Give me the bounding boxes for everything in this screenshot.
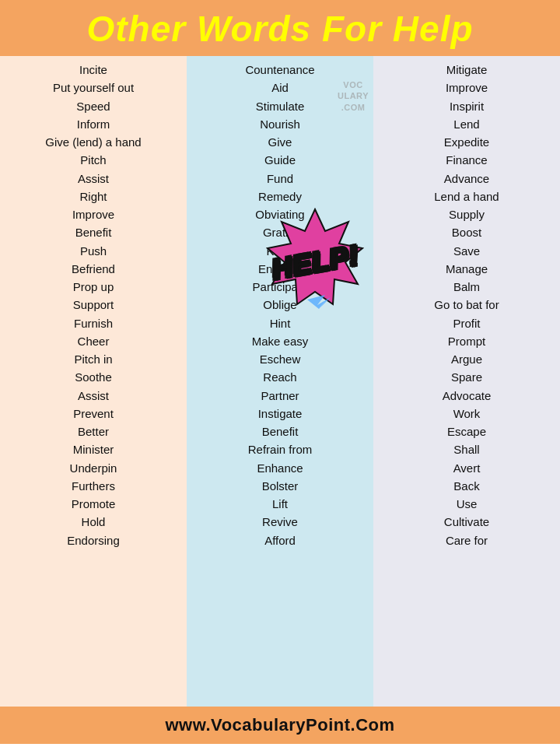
header: Other Words For Help (0, 0, 560, 56)
title-prefix: Other Words For (86, 9, 392, 49)
list-item: Inform (3, 115, 184, 133)
list-item: Fund (190, 170, 370, 188)
list-item: Profit (376, 314, 557, 332)
list-item: Minister (3, 440, 184, 458)
footer-url: www.VocabularyPoint.Com (165, 715, 394, 735)
list-item: Cheer (3, 332, 184, 350)
list-item: Assist (3, 170, 184, 188)
list-item: Nourish (190, 115, 370, 133)
list-item: Furnish (3, 314, 184, 332)
list-item: Enhance (190, 459, 370, 477)
list-item: Assist (3, 387, 184, 405)
list-item: Put yourself out (3, 79, 184, 96)
help-starburst: HELP! (264, 208, 366, 317)
list-item: Make easy (190, 332, 370, 350)
list-item: Go to bat for (376, 296, 557, 314)
list-item: Push (3, 242, 184, 260)
list-item: Mitigate (376, 61, 557, 79)
page-title: Other Words For Help (0, 8, 560, 50)
list-item: Use (376, 495, 557, 513)
list-item: Benefit (190, 423, 370, 440)
list-item: Pitch (3, 151, 184, 169)
list-item: Endorsing (3, 531, 184, 549)
list-item: Advocate (376, 387, 557, 405)
list-item: Expedite (376, 133, 557, 151)
list-item: Spare (376, 368, 557, 386)
list-item: Balm (376, 278, 557, 296)
list-item: Give (lend) a hand (3, 133, 184, 151)
list-item: Prop up (3, 278, 184, 296)
middle-column: VOC ULARY .COM CountenanceAidStimulateNo… (187, 56, 373, 707)
list-item: Cultivate (376, 513, 557, 531)
list-item: Better (3, 423, 184, 440)
list-item: Bolster (190, 477, 370, 495)
right-column: MitigateImproveInspiritLendExpediteFinan… (373, 56, 560, 707)
list-item: Promote (3, 495, 184, 513)
list-item: Finance (376, 151, 557, 169)
list-item: Furthers (3, 477, 184, 495)
list-item: Lend a hand (376, 188, 557, 205)
content-area: IncitePut yourself outSpeedInformGive (l… (0, 56, 560, 707)
list-item: Guide (190, 151, 370, 169)
list-item: Lend (376, 115, 557, 133)
list-item: Improve (3, 205, 184, 223)
list-item: Underpin (3, 459, 184, 477)
title-keyword: Help (393, 9, 474, 49)
list-item: Remedy (190, 188, 370, 205)
list-item: Benefit (3, 223, 184, 241)
list-item: Supply (376, 205, 557, 223)
left-column: IncitePut yourself outSpeedInformGive (l… (0, 56, 187, 707)
footer: www.VocabularyPoint.Com (0, 707, 560, 744)
list-item: Save (376, 242, 557, 260)
list-item: Give (190, 133, 370, 151)
list-item: Incite (3, 61, 184, 79)
list-item: Manage (376, 260, 557, 278)
list-item: Back (376, 477, 557, 495)
list-item: Befriend (3, 260, 184, 278)
list-item: Argue (376, 350, 557, 368)
list-item: Shall (376, 440, 557, 458)
list-item: Refrain from (190, 440, 370, 458)
list-item: Inspirit (376, 97, 557, 115)
list-item: Advance (376, 170, 557, 188)
list-item: Soothe (3, 368, 184, 386)
list-item: Prompt (376, 332, 557, 350)
watermark: VOC ULARY .COM (338, 79, 369, 113)
list-item: Afford (190, 531, 370, 549)
list-item: Boost (376, 223, 557, 241)
list-item: Pitch in (3, 350, 184, 368)
list-item: Work (376, 405, 557, 423)
list-item: Right (3, 188, 184, 205)
list-item: Support (3, 296, 184, 314)
list-item: Eschew (190, 350, 370, 368)
list-item: Reach (190, 368, 370, 386)
list-item: Countenance (190, 61, 370, 79)
list-item: Revive (190, 513, 370, 531)
list-item: Avert (376, 459, 557, 477)
list-item: Prevent (3, 405, 184, 423)
list-item: Partner (190, 387, 370, 405)
list-item: Care for (376, 531, 557, 549)
list-item: Speed (3, 97, 184, 115)
list-item: Escape (376, 423, 557, 440)
list-item: Lift (190, 495, 370, 513)
list-item: Instigate (190, 405, 370, 423)
list-item: Improve (376, 79, 557, 96)
list-item: Hold (3, 513, 184, 531)
